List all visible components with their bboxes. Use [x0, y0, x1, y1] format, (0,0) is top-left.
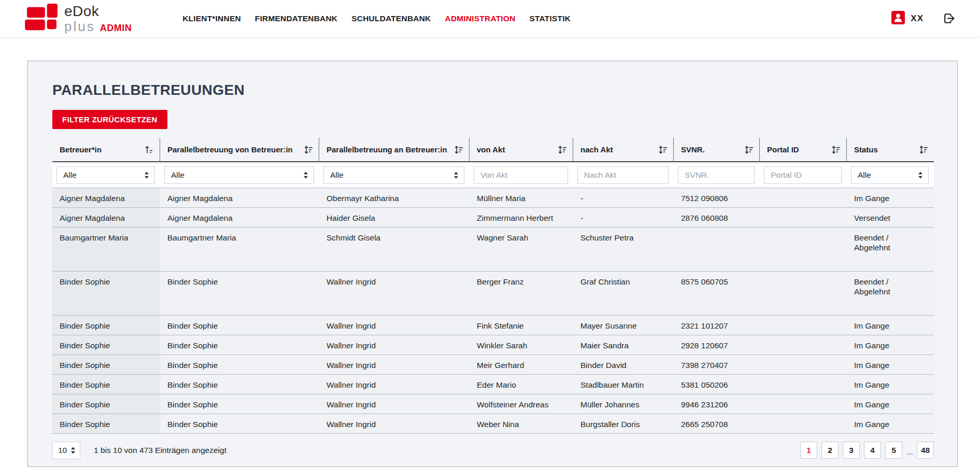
column-header-von-akt[interactable]: von Akt: [470, 138, 573, 162]
table-row[interactable]: Aigner Magdalena Aigner Magdalena Haider…: [52, 208, 934, 228]
table-row[interactable]: Binder Sophie Binder Sophie Wallner Ingr…: [52, 375, 934, 394]
filter-nach-akt-input[interactable]: [577, 166, 669, 184]
column-header-betreuer[interactable]: Betreuer*in: [52, 138, 160, 162]
column-header-svnr[interactable]: SVNR.: [674, 138, 760, 162]
table-row[interactable]: Binder Sophie Binder Sophie Wallner Ingr…: [52, 272, 934, 316]
main-nav: KLIENT*INNEN FIRMENDATENBANK SCHULDATENB…: [182, 14, 571, 23]
sort-icon: [454, 146, 463, 154]
user-area: XX: [891, 11, 956, 26]
table-row[interactable]: Binder Sophie Binder Sophie Wallner Ingr…: [52, 394, 934, 414]
table-row[interactable]: Aigner Magdalena Aigner Magdalena Oberma…: [52, 188, 934, 208]
filter-betreuer-select[interactable]: Alle: [56, 166, 155, 184]
status-cell: Beendet / Abgelehnt: [847, 272, 934, 315]
status-cell: Versendet: [847, 208, 934, 227]
user-icon: [891, 11, 905, 26]
logout-button[interactable]: [942, 11, 956, 25]
nav-item-statistik[interactable]: STATISTIK: [529, 14, 571, 23]
user-initials: XX: [911, 13, 924, 24]
table-header-row: Betreuer*in Parallelbetreuung von Betreu…: [52, 138, 934, 162]
sort-ascending-icon: [145, 146, 154, 154]
filter-portal-id-input[interactable]: [764, 166, 842, 184]
parallelbetreuungen-card: PARALLELBETREUUNGEN FILTER ZURÜCKSETZEN …: [27, 61, 958, 467]
top-bar: eDok plus ADMIN KLIENT*INNEN FIRMENDATEN…: [0, 0, 980, 37]
column-header-portal-id[interactable]: Portal ID: [760, 138, 847, 162]
main-content: PARALLELBETREUUNGEN FILTER ZURÜCKSETZEN …: [0, 61, 980, 467]
table-row[interactable]: Binder Sophie Binder Sophie Wallner Ingr…: [52, 414, 934, 434]
status-cell: Beendet / Abgelehnt: [847, 228, 934, 271]
nav-item-klientinnen[interactable]: KLIENT*INNEN: [182, 14, 241, 23]
filter-status-select[interactable]: Alle: [851, 166, 929, 184]
logo-name-bottom: plus: [64, 20, 95, 33]
sort-icon: [558, 146, 567, 154]
nav-item-administration[interactable]: ADMINISTRATION: [445, 14, 515, 23]
table-row[interactable]: Binder Sophie Binder Sophie Wallner Ingr…: [52, 355, 934, 375]
status-cell: Im Gange: [847, 375, 934, 394]
pagination: 1 2 3 4 5 ... 48: [800, 442, 934, 459]
table-filter-row: Alle Alle Alle: [52, 162, 934, 188]
filter-an-betreuer-select[interactable]: Alle: [323, 166, 464, 184]
page-button-2[interactable]: 2: [821, 442, 839, 459]
table-footer: 10 1 bis 10 von 473 Einträgen angezeigt …: [52, 434, 934, 466]
column-header-parallel-von[interactable]: Parallelbetreuung von Betreuer:in: [160, 138, 319, 162]
parallelbetreuungen-table: Betreuer*in Parallelbetreuung von Betreu…: [52, 138, 934, 466]
status-cell: Im Gange: [847, 355, 934, 374]
nav-item-schuldatenbank[interactable]: SCHULDATENBANK: [351, 14, 431, 23]
page-button-4[interactable]: 4: [864, 442, 881, 459]
page-button-last[interactable]: 48: [917, 442, 934, 459]
filter-von-akt-input[interactable]: [474, 166, 568, 184]
column-header-status[interactable]: Status: [847, 138, 934, 162]
page-title: PARALLELBETREUUNGEN: [52, 82, 933, 98]
nav-item-firmendatenbank[interactable]: FIRMENDATENBANK: [255, 14, 337, 23]
column-header-parallel-an[interactable]: Parallelbetreuung an Betreuer:in: [319, 138, 470, 162]
sort-icon: [919, 146, 928, 154]
status-cell: Im Gange: [847, 335, 934, 354]
column-header-nach-akt[interactable]: nach Akt: [573, 138, 674, 162]
logo-admin-badge: ADMIN: [100, 23, 132, 33]
logout-icon: [942, 11, 956, 25]
sort-icon: [831, 146, 841, 154]
sort-icon: [658, 146, 667, 154]
table-row[interactable]: Baumgartner Maria Baumgartner Maria Schm…: [52, 228, 934, 272]
app-logo[interactable]: eDok plus ADMIN: [23, 3, 132, 34]
select-caret-icon: [918, 171, 923, 179]
page-size-select[interactable]: 10: [52, 442, 80, 459]
entries-info: 1 bis 10 von 473 Einträgen angezeigt: [94, 446, 226, 455]
user-menu[interactable]: XX: [891, 11, 924, 26]
select-caret-icon: [70, 446, 76, 455]
sort-icon: [744, 146, 754, 154]
table-row[interactable]: Binder Sophie Binder Sophie Wallner Ingr…: [52, 335, 934, 355]
pagination-ellipsis: ...: [906, 447, 913, 459]
filter-von-betreuer-select[interactable]: Alle: [164, 166, 314, 184]
status-cell: Im Gange: [847, 394, 934, 414]
status-cell: Im Gange: [847, 188, 934, 207]
page-button-1[interactable]: 1: [800, 442, 817, 459]
page-button-3[interactable]: 3: [843, 442, 860, 459]
sort-icon: [304, 146, 313, 154]
logo-text: eDok plus ADMIN: [64, 4, 132, 33]
reset-filter-button[interactable]: FILTER ZURÜCKSETZEN: [52, 110, 167, 129]
table-row[interactable]: Binder Sophie Binder Sophie Wallner Ingr…: [52, 316, 934, 335]
logo-name-top: eDok: [64, 3, 99, 19]
logo-squares-icon: [23, 3, 61, 34]
status-cell: Im Gange: [847, 414, 934, 433]
select-caret-icon: [144, 171, 149, 179]
page-button-5[interactable]: 5: [885, 442, 902, 459]
filter-svnr-input[interactable]: [678, 166, 755, 184]
status-cell: Im Gange: [847, 316, 934, 335]
select-caret-icon: [453, 171, 459, 179]
select-caret-icon: [303, 171, 308, 179]
